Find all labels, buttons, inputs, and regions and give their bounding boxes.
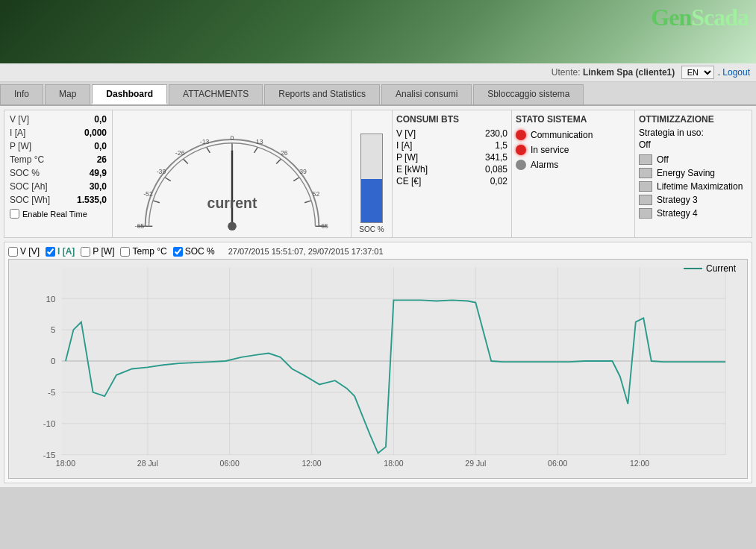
user-bar: Utente: Linkem Spa (cliente1) EN IT . Lo… bbox=[0, 63, 756, 82]
consumi-i: I [A] 1,5 bbox=[396, 139, 507, 151]
svg-text:-15: -15 bbox=[43, 451, 56, 459]
svg-text:65: 65 bbox=[321, 222, 328, 230]
svg-text:06:00: 06:00 bbox=[548, 459, 567, 468]
metric-soc-ah: SOC [Ah] 30,0 bbox=[7, 180, 110, 193]
consumi-title: CONSUMI BTS bbox=[396, 114, 507, 125]
tab-analisi[interactable]: Analisi consumi bbox=[381, 84, 472, 104]
checkbox-i[interactable] bbox=[46, 247, 55, 257]
consumi-e-label: E [kWh] bbox=[396, 164, 428, 175]
svg-text:-26: -26 bbox=[175, 149, 184, 157]
consumi-e-value: 0,085 bbox=[485, 164, 507, 175]
left-metrics: V [V] 0,0 I [A] 0,000 P [W] 0,0 Temp °C … bbox=[4, 110, 113, 237]
svg-text:10: 10 bbox=[46, 295, 56, 304]
strategia-label: Strategia in uso: bbox=[639, 128, 748, 138]
metric-soc-pct: SOC % 49,9 bbox=[7, 166, 110, 180]
main-content: V [V] 0,0 I [A] 0,000 P [W] 0,0 Temp °C … bbox=[0, 106, 756, 487]
stato-inservice: In service bbox=[516, 142, 631, 157]
svg-text:39: 39 bbox=[299, 168, 307, 175]
energy-saving-box bbox=[639, 168, 652, 178]
metric-soc-wh: SOC [Wh] 1.535,0 bbox=[7, 193, 110, 207]
consumi-section: CONSUMI BTS V [V] 230,0 I [A] 1,5 P [W] … bbox=[393, 110, 512, 237]
consumi-v: V [V] 230,0 bbox=[396, 128, 507, 139]
checkbox-p[interactable] bbox=[81, 247, 90, 257]
utente-label: Utente: bbox=[552, 67, 581, 78]
gauge-container: -65 -52 -39 -26 bbox=[120, 114, 344, 233]
metric-p-value: 0,0 bbox=[94, 141, 107, 151]
legend-label: Current bbox=[706, 263, 736, 274]
svg-text:-13: -13 bbox=[199, 138, 209, 145]
header: GenScada bbox=[0, 0, 756, 63]
gauge-section: -65 -52 -39 -26 bbox=[113, 110, 352, 237]
metric-temp-label: Temp °C bbox=[10, 154, 44, 165]
consumi-i-value: 1,5 bbox=[495, 140, 507, 151]
svg-text:13: 13 bbox=[255, 138, 263, 145]
alarms-dot bbox=[516, 160, 526, 170]
chart-svg: 10 5 0 -5 -10 -15 18:00 28 Jul 06:00 12:… bbox=[9, 260, 747, 478]
ottim-title: OTTIMIZZAZIONE bbox=[639, 114, 748, 125]
tab-dashboard[interactable]: Dashboard bbox=[92, 84, 167, 104]
svg-text:0: 0 bbox=[51, 357, 55, 366]
alarms-label: Alarms bbox=[531, 160, 558, 170]
tab-sblocco[interactable]: Sbloccaggio sistema bbox=[473, 84, 584, 104]
metric-soc-pct-value: 49,9 bbox=[90, 168, 107, 178]
communication-dot bbox=[516, 130, 526, 140]
tab-map[interactable]: Map bbox=[45, 84, 90, 104]
metric-i-label: I [A] bbox=[10, 128, 25, 138]
svg-text:12:00: 12:00 bbox=[302, 459, 321, 468]
svg-text:28 Jul: 28 Jul bbox=[137, 459, 158, 468]
language-select[interactable]: EN IT bbox=[681, 66, 714, 79]
strategy3-label: Strategy 3 bbox=[657, 195, 698, 205]
svg-text:current: current bbox=[207, 195, 257, 211]
metric-v: V [V] 0,0 bbox=[7, 113, 110, 126]
soc-bar-inner bbox=[361, 179, 382, 222]
checkbox-temp[interactable] bbox=[120, 247, 130, 257]
stato-section: STATO SISTEMA Communication In service A… bbox=[512, 110, 635, 237]
ottim-energy-saving: Energy Saving bbox=[639, 166, 748, 180]
checkbox-v[interactable] bbox=[8, 247, 18, 257]
energy-saving-label: Energy Saving bbox=[657, 168, 715, 178]
metric-soc-ah-value: 30,0 bbox=[90, 181, 107, 192]
strategy4-box bbox=[639, 208, 652, 219]
tab-reports[interactable]: Reports and Statistics bbox=[264, 84, 380, 104]
svg-text:-65: -65 bbox=[134, 222, 144, 230]
logout-link[interactable]: Logout bbox=[722, 67, 750, 78]
svg-text:12:00: 12:00 bbox=[630, 459, 649, 468]
strategy4-label: Strategy 4 bbox=[657, 208, 698, 219]
metric-soc-wh-value: 1.535,0 bbox=[77, 195, 107, 205]
off-box bbox=[639, 154, 652, 165]
stato-title: STATO SISTEMA bbox=[516, 114, 631, 125]
consumi-v-value: 230,0 bbox=[485, 128, 507, 139]
checkbox-i-label: I [A] bbox=[46, 246, 75, 257]
checkbox-temp-label: Temp °C bbox=[120, 246, 166, 257]
date-range: 27/07/2015 15:51:07, 29/07/2015 17:37:01 bbox=[228, 247, 384, 256]
enable-rt-container: Enable Real Time bbox=[7, 207, 110, 221]
legend-line bbox=[684, 268, 702, 269]
svg-text:06:00: 06:00 bbox=[220, 459, 240, 468]
soc-bar-label: SOC % bbox=[359, 225, 384, 233]
metric-v-label: V [V] bbox=[10, 114, 29, 125]
lifetime-box bbox=[639, 181, 652, 192]
svg-text:29 Jul: 29 Jul bbox=[465, 459, 486, 468]
metric-i: I [A] 0,000 bbox=[7, 126, 110, 139]
header-background bbox=[0, 0, 756, 63]
consumi-i-label: I [A] bbox=[396, 140, 412, 151]
logo-part1: Gen bbox=[651, 4, 691, 31]
consumi-v-label: V [V] bbox=[396, 128, 416, 139]
tab-attachments[interactable]: ATTACHMENTS bbox=[169, 84, 263, 104]
ottim-strategy4: Strategy 4 bbox=[639, 207, 748, 220]
svg-text:-10: -10 bbox=[43, 419, 56, 428]
off-label: Off bbox=[657, 154, 669, 165]
enable-rt-checkbox[interactable] bbox=[10, 209, 19, 219]
svg-text:-39: -39 bbox=[156, 168, 166, 175]
metric-p: P [W] 0,0 bbox=[7, 139, 110, 153]
top-panel: V [V] 0,0 I [A] 0,000 P [W] 0,0 Temp °C … bbox=[4, 110, 752, 238]
consumi-e: E [kWh] 0,085 bbox=[396, 163, 507, 175]
consumi-ce-value: 0,02 bbox=[490, 176, 507, 186]
ottim-strategy3: Strategy 3 bbox=[639, 193, 748, 207]
checkbox-soc-label: SOC % bbox=[173, 246, 215, 257]
tab-info[interactable]: Info bbox=[0, 84, 43, 104]
svg-text:5: 5 bbox=[51, 325, 55, 334]
svg-point-26 bbox=[228, 222, 237, 230]
metric-i-value: 0,000 bbox=[84, 128, 107, 138]
checkbox-soc[interactable] bbox=[173, 247, 183, 257]
